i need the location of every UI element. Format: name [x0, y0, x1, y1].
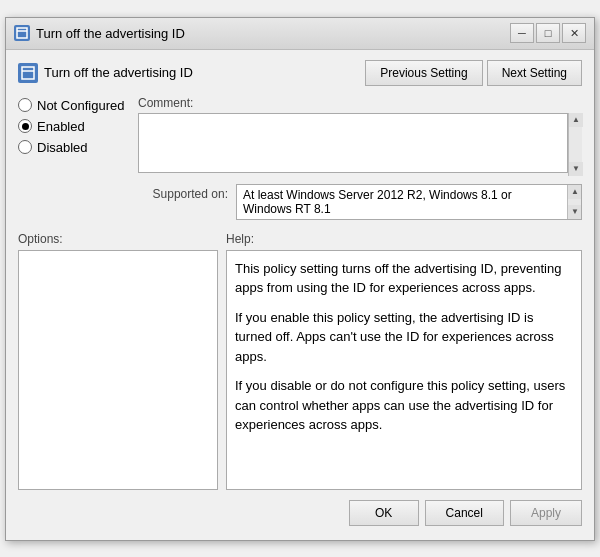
svg-rect-2	[22, 67, 34, 79]
radio-not-configured-label: Not Configured	[37, 98, 124, 113]
svg-rect-0	[17, 28, 27, 38]
radio-circle-enabled	[18, 119, 32, 133]
window-title: Turn off the advertising ID	[36, 26, 185, 41]
title-bar: Turn off the advertising ID ─ □ ✕	[6, 18, 594, 50]
apply-button[interactable]: Apply	[510, 500, 582, 526]
main-window: Turn off the advertising ID ─ □ ✕ Turn o…	[5, 17, 595, 541]
maximize-button[interactable]: □	[536, 23, 560, 43]
help-text-box: This policy setting turns off the advert…	[226, 250, 582, 490]
options-help-row: Options: Help: This policy setting turns…	[18, 232, 582, 490]
title-bar-left: Turn off the advertising ID	[14, 25, 185, 41]
bottom-buttons: OK Cancel Apply	[18, 500, 582, 530]
content-area: Turn off the advertising ID Previous Set…	[6, 50, 594, 540]
options-box	[18, 250, 218, 490]
supported-value: At least Windows Server 2012 R2, Windows…	[243, 188, 575, 216]
main-form-row: Not Configured Enabled Disabled Comm	[18, 96, 582, 228]
subtitle-row: Turn off the advertising ID Previous Set…	[18, 60, 582, 86]
nav-buttons: Previous Setting Next Setting	[365, 60, 582, 86]
options-label: Options:	[18, 232, 218, 246]
help-paragraph-1: This policy setting turns off the advert…	[235, 259, 573, 298]
previous-setting-button[interactable]: Previous Setting	[365, 60, 482, 86]
radio-not-configured[interactable]: Not Configured	[18, 98, 130, 113]
window-icon	[14, 25, 30, 41]
comment-section: Comment: ▲ ▼	[138, 96, 582, 176]
supported-label: Supported on:	[138, 184, 228, 201]
options-section: Options:	[18, 232, 218, 490]
supported-value-box: At least Windows Server 2012 R2, Windows…	[236, 184, 582, 220]
help-section: Help: This policy setting turns off the …	[226, 232, 582, 490]
next-setting-button[interactable]: Next Setting	[487, 60, 582, 86]
comment-scrollbar: ▲ ▼	[568, 113, 582, 176]
comment-input[interactable]	[138, 113, 568, 173]
radio-disabled-label: Disabled	[37, 140, 88, 155]
cancel-button[interactable]: Cancel	[425, 500, 504, 526]
ok-button[interactable]: OK	[349, 500, 419, 526]
radio-panel: Not Configured Enabled Disabled	[18, 96, 138, 228]
scroll-up-arrow[interactable]: ▲	[569, 113, 583, 127]
scroll-down-arrow[interactable]: ▼	[569, 162, 583, 176]
subtitle-title: Turn off the advertising ID	[44, 65, 359, 80]
supported-scrollbar: ▲ ▼	[567, 185, 581, 219]
radio-disabled[interactable]: Disabled	[18, 140, 130, 155]
supported-scroll-up[interactable]: ▲	[568, 185, 582, 199]
supported-section: Supported on: At least Windows Server 20…	[138, 184, 582, 220]
radio-circle-disabled	[18, 140, 32, 154]
radio-enabled[interactable]: Enabled	[18, 119, 130, 134]
title-bar-buttons: ─ □ ✕	[510, 23, 586, 43]
right-panel: Comment: ▲ ▼ Supported on: At least Wind…	[138, 96, 582, 228]
help-paragraph-3: If you disable or do not configure this …	[235, 376, 573, 435]
comment-label: Comment:	[138, 96, 582, 110]
help-label: Help:	[226, 232, 582, 246]
close-button[interactable]: ✕	[562, 23, 586, 43]
subtitle-icon	[18, 63, 38, 83]
supported-scroll-down[interactable]: ▼	[568, 205, 582, 219]
radio-group: Not Configured Enabled Disabled	[18, 98, 130, 155]
radio-circle-not-configured	[18, 98, 32, 112]
radio-enabled-label: Enabled	[37, 119, 85, 134]
help-paragraph-2: If you enable this policy setting, the a…	[235, 308, 573, 367]
minimize-button[interactable]: ─	[510, 23, 534, 43]
comment-wrapper: ▲ ▼	[138, 113, 582, 176]
